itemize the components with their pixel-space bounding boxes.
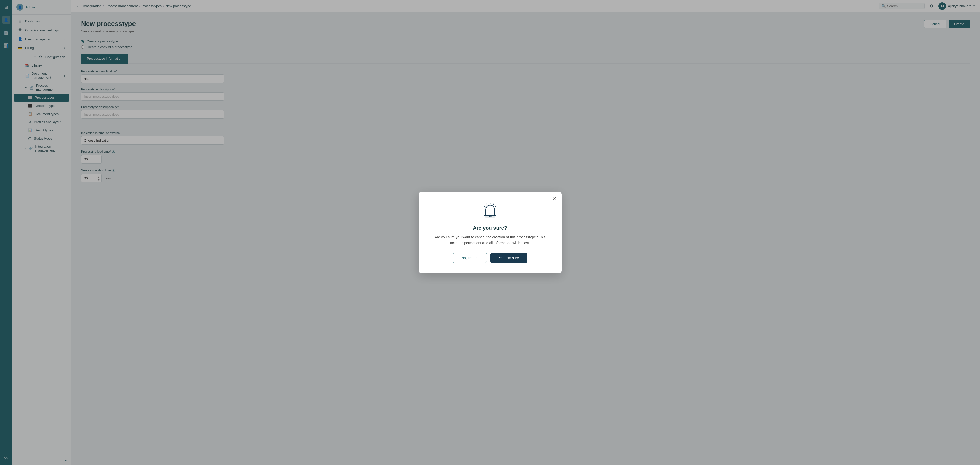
bell-alert-icon <box>480 202 500 220</box>
modal-body: Are you sure you want to cancel the crea… <box>431 235 549 246</box>
modal-overlay: ✕ Are you sure? Are you sure you want to… <box>0 0 980 465</box>
svg-line-3 <box>487 204 487 205</box>
svg-line-2 <box>493 204 494 205</box>
modal-close-button[interactable]: ✕ <box>553 196 557 201</box>
modal-yes-button[interactable]: Yes, I'm sure <box>490 253 527 263</box>
modal-no-button[interactable]: No, I'm not <box>453 253 487 263</box>
modal: ✕ Are you sure? Are you sure you want to… <box>418 192 562 273</box>
modal-title: Are you sure? <box>431 225 549 231</box>
modal-actions: No, I'm not Yes, I'm sure <box>431 253 549 263</box>
modal-icon <box>431 202 549 220</box>
svg-line-4 <box>495 206 496 207</box>
svg-line-5 <box>485 206 485 207</box>
